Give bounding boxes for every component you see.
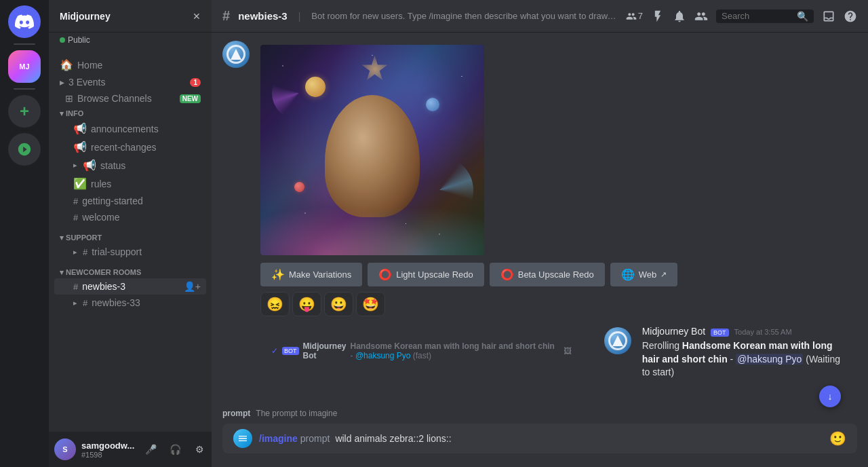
midjourney-bot-avatar [222,41,250,68]
inbox-button[interactable] [822,10,835,23]
channel-header-hash-icon: # [222,8,230,24]
make-variations-button[interactable]: ✨ Make Variations [260,263,362,286]
generated-image [260,45,484,255]
midjourney-icon[interactable]: MJ [8,50,41,83]
sidebar-item-newbies-3[interactable]: # newbies-3 👤+ [54,278,206,295]
command-param: prompt [300,433,330,444]
cosmic-portrait [260,45,484,255]
sidebar-item-getting-started[interactable]: # getting-started [54,193,206,209]
beta-upscale-redo-button[interactable]: ⭕ Beta Upscale Redo [490,263,605,286]
section-info-header[interactable]: ▾ INFO [49,107,212,119]
sidebar-item-rules[interactable]: ✅ rules [54,174,206,193]
search-bar[interactable]: 🔍 [716,10,814,23]
avatar-sail-2 [612,335,623,346]
events-label: 3 Events [68,77,105,88]
server-sidebar: MJ + [0,0,49,467]
main-content: # newbies-3 | Bot room for new users. Ty… [212,0,868,467]
sidebar-item-events[interactable]: ▸ 3 Events 1 [54,74,206,90]
trial-support-icon: # [83,247,87,257]
explore-servers-button[interactable] [8,133,41,166]
announcements-icon: 📢 [73,122,87,135]
user-name: samgoodw... [81,441,134,451]
scroll-to-bottom-button[interactable]: ↓ [819,386,841,407]
input-area: prompt The prompt to imagine /imagine pr… [212,406,868,467]
messages-area: ✨ Make Variations ⭕ Light Upscale Redo ⭕… [212,33,868,406]
light-upscale-redo-button[interactable]: ⭕ Light Upscale Redo [368,263,484,286]
recent-changes-label: recent-changes [91,142,157,153]
mute-button[interactable]: 🎤 [140,438,161,460]
light-upscale-label: Light Upscale Redo [396,269,473,280]
external-link-icon: ↗ [660,270,667,279]
member-count-label: 7 [638,11,643,21]
server-header[interactable]: Midjourney ✕ [49,0,212,33]
new-badge: NEW [180,94,201,103]
beta-upscale-icon: ⭕ [500,268,514,281]
reroll-author-name: Midjourney Bot [642,326,705,337]
mention-text: @haksung Pyo [736,354,803,365]
sidebar-item-status[interactable]: ▸ 📢 status [54,156,206,174]
variations-icon: ✨ [271,268,285,281]
add-server-button[interactable]: + [8,95,41,128]
bot-badge-small: BOT [282,347,299,355]
sidebar-item-announcements[interactable]: 📢 announcements [54,119,206,138]
server-name: Midjourney [60,11,111,22]
section-support-header[interactable]: ▾ SUPPORT [49,231,212,244]
section-newcomer-rooms-header[interactable]: ▾ NEWCOMER ROOMS [49,265,212,278]
reroll-message-inner: Midjourney Bot BOT Today at 3:55 AM Rero… [593,324,857,381]
reaction-btn-2[interactable]: 😀 [324,292,353,316]
discord-logo[interactable] [8,5,41,38]
reference-message: ✓ BOT Midjourney Bot Handsome Korean man… [222,324,583,381]
web-button[interactable]: 🌐 Web ↗ [610,263,678,286]
planet-1 [305,77,326,97]
announcements-label: announcements [91,124,159,134]
chat-text-input[interactable] [335,433,824,444]
web-label: Web [639,269,657,280]
sidebar-item-newbies-33[interactable]: ▸ # newbies-33 [54,295,206,311]
reaction-btn-3[interactable]: 🤩 [356,292,385,316]
reaction-btn-0[interactable]: 😖 [260,292,290,316]
settings-button[interactable]: ⚙ [189,438,210,460]
message-group-image: ✨ Make Variations ⭕ Light Upscale Redo ⭕… [212,38,868,318]
bell-button[interactable] [673,10,686,23]
sidebar-item-welcome[interactable]: # welcome [54,209,206,225]
chevron-down-icon: ✕ [193,11,201,22]
verified-check-small: ✓ [271,346,278,356]
header-divider: | [298,11,301,22]
getting-started-label: getting-started [82,195,143,206]
channel-sidebar: Midjourney ✕ Public 🏠 Home ▸ 3 Events 1 … [49,0,212,467]
reroll-dash: - [730,354,736,365]
floral-decoration [260,187,484,255]
input-avatar [233,429,252,448]
reroll-timestamp: Today at 3:55 AM [734,328,792,336]
sidebar-item-trial-support[interactable]: ▸ # trial-support [54,244,206,260]
browse-channels-label: Browse Channels [77,93,152,104]
home-icon: 🏠 [60,58,73,71]
reaction-btn-1[interactable]: 😛 [292,292,321,316]
sidebar-item-browse-channels[interactable]: ⊞ Browse Channels NEW [54,90,206,107]
scroll-down-icon: ↓ [828,391,833,402]
rules-label: rules [91,179,111,189]
members-button[interactable] [694,10,708,23]
bolt-button[interactable] [651,10,665,23]
image-thumbnail-icon: 🖼 [564,346,572,356]
emoji-picker-button[interactable]: 🙂 [829,430,846,447]
status-label: status [100,160,125,171]
search-input[interactable] [722,11,794,21]
channel-header-name: newbies-3 [238,10,288,22]
deafen-button[interactable]: 🎧 [164,438,186,460]
help-button[interactable] [844,10,857,23]
beta-upscale-label: Beta Upscale Redo [518,269,594,280]
discord-home-icon[interactable] [8,5,41,38]
user-info: samgoodw... #1598 [81,441,134,459]
sidebar-item-home[interactable]: 🏠 Home [54,56,206,74]
command-hint: prompt The prompt to imagine [222,406,857,424]
user-tag: #1598 [81,451,134,459]
user-controls: 🎤 🎧 ⚙ [140,438,210,460]
add-member-icon[interactable]: 👤+ [184,281,201,292]
midjourney-server[interactable]: MJ [8,50,41,83]
welcome-label: welcome [82,212,119,223]
reaction-emoji-1: 😛 [298,296,315,312]
newbies-3-label: newbies-3 [82,281,125,292]
sidebar-item-recent-changes[interactable]: 📢 recent-changes [54,138,206,156]
hint-text: The prompt to imagine [256,409,337,418]
